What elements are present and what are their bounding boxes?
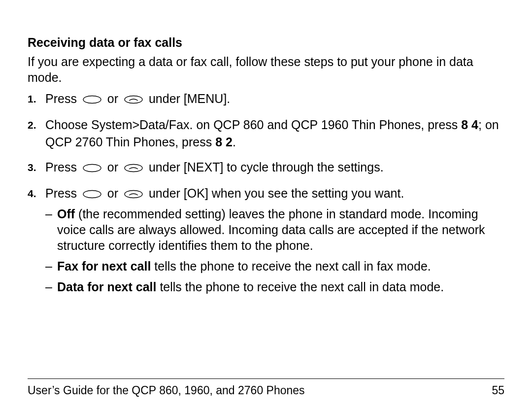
text: under [MENU]. [149,92,230,105]
step-number: 3. [28,159,45,174]
step-2: 2. Choose System>Data/Fax. on QCP 860 an… [28,116,504,154]
text: under [OK] when you see the setting you … [149,186,404,200]
softkey-oval-icon [82,160,102,177]
dash: – [45,206,57,253]
step-3: 3. Press or under [NEXT] to cycle throug… [28,159,504,180]
step-4: 4. Press or under [OK] when you see the … [28,185,504,300]
sub-body: Fax for next call tells the phone to rec… [57,258,504,274]
svg-point-0 [83,96,101,103]
dash: – [45,279,57,295]
text: Choose System>Data/Fax. on QCP 860 and Q… [45,118,461,132]
page-footer: User’s Guide for the QCP 860, 1960, and … [28,378,504,397]
text-bold: Fax for next call [57,259,151,273]
text: (the recommended setting) leaves the pho… [57,207,485,252]
text: under [NEXT] to cycle through the settin… [149,160,384,174]
step-1: 1. Press or under [MENU]. [28,90,504,111]
text: tells the phone to receive the next call… [151,259,431,273]
softkey-up-oval-icon [124,160,143,177]
page-number: 55 [492,384,504,397]
sub-item-data: – Data for next call tells the phone to … [45,279,504,295]
text: or [107,186,122,200]
text: Press [45,92,80,105]
softkey-up-oval-icon [124,186,143,203]
steps-list: 1. Press or under [MENU]. 2. [28,90,504,300]
svg-point-2 [83,164,101,171]
text: or [107,160,122,174]
svg-point-3 [125,164,142,171]
sub-list: – Off (the recommended setting) leaves t… [45,206,504,295]
text: Press [45,186,80,200]
step-body: Press or under [MENU]. [45,90,504,111]
text: . [233,135,236,149]
sub-item-off: – Off (the recommended setting) leaves t… [45,206,504,253]
softkey-oval-icon [82,186,102,203]
sub-body: Off (the recommended setting) leaves the… [57,206,504,253]
step-body: Press or under [NEXT] to cycle through t… [45,159,504,180]
section-heading: Receiving data or fax calls [28,35,504,50]
text-bold: Off [57,207,75,221]
step-number: 1. [28,90,45,106]
text-bold: 8 2 [215,135,233,149]
softkey-up-oval-icon [124,91,143,108]
intro-paragraph: If you are expecting a data or fax call,… [28,54,504,85]
text-bold: 8 4 [461,118,478,132]
text-bold: Data for next call [57,280,156,294]
sub-item-fax: – Fax for next call tells the phone to r… [45,258,504,274]
svg-point-1 [125,96,142,103]
footer-title: User’s Guide for the QCP 860, 1960, and … [28,384,305,397]
sub-body: Data for next call tells the phone to re… [57,279,504,295]
dash: – [45,258,57,274]
footer-divider [28,378,504,379]
svg-point-4 [83,190,101,198]
text: or [107,92,122,105]
step-number: 4. [28,185,45,201]
step-body: Press or under [OK] when you see the set… [45,185,504,300]
text: Press [45,160,80,174]
svg-point-5 [125,190,142,198]
text: tells the phone to receive the next call… [156,280,444,294]
softkey-oval-icon [82,91,102,108]
page: Receiving data or fax calls If you are e… [0,0,532,411]
step-body: Choose System>Data/Fax. on QCP 860 and Q… [45,116,504,154]
step-number: 2. [28,116,45,132]
